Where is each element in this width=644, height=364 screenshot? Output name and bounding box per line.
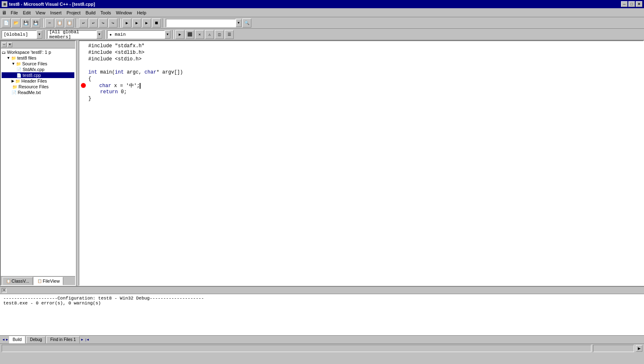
maximize-button[interactable]: □ (628, 1, 635, 7)
tab-fileview[interactable]: 📋 FileView (34, 277, 63, 285)
menu-bar: 🖥 File Edit View Insert Project Build To… (0, 8, 644, 17)
code-text-1: #include "stdafx.h" (88, 43, 145, 49)
test8cpp-item[interactable]: 📄 test8.cpp (2, 72, 74, 78)
source-files-label: Source Files (22, 61, 47, 66)
copy-button[interactable]: 📋 (55, 18, 64, 28)
members-dropdown-group: [All global members] ▼ (47, 30, 102, 39)
tab-debug[interactable]: Debug (26, 336, 46, 343)
cut-button[interactable]: ✂ (45, 18, 54, 28)
output-tab-more[interactable]: ▶ (81, 338, 83, 341)
panel-header-controls: ─ × (2, 42, 12, 47)
project-collapse[interactable]: ▼ (7, 56, 10, 60)
debug-btn2[interactable]: ⬛ (185, 30, 194, 39)
build-btn3[interactable]: ▶ (142, 18, 151, 28)
code-text-6: { (88, 76, 91, 82)
debug-tab-label: Debug (30, 337, 42, 342)
stop-button[interactable]: ⏹ (152, 18, 161, 28)
header-collapse[interactable]: ▶ (12, 79, 14, 83)
globals-arrow[interactable]: ▼ (37, 30, 42, 39)
paste-button[interactable]: 📋 (65, 18, 74, 28)
globals-dropdown[interactable]: [Globals] (2, 30, 37, 39)
output-tab-end[interactable]: |◀ (85, 338, 89, 341)
panel-close-button[interactable]: ─ (2, 42, 7, 47)
source-collapse[interactable]: ▼ (12, 62, 15, 66)
menu-help[interactable]: Help (134, 9, 149, 16)
app-icon: ⊞ (2, 1, 7, 7)
menu-view[interactable]: View (33, 9, 48, 16)
save-all-button[interactable]: 💾 (31, 18, 40, 28)
close-button[interactable]: ✕ (636, 1, 642, 7)
app-small-icon: 🖥 (2, 10, 7, 16)
new-button[interactable]: 📄 (2, 18, 11, 28)
tab-build[interactable]: Build (9, 336, 25, 343)
file-panel-header: ─ × (1, 41, 75, 48)
source-files-item[interactable]: ▼ 📁 Source Files (2, 61, 74, 67)
file-tree: 🗂 Workspace 'test8': 1 p ▼ 📁 test8 files… (1, 48, 75, 276)
output-header: × (0, 287, 644, 294)
debug-btn1[interactable]: ▶ (175, 30, 184, 39)
debug-btn4[interactable]: ⚠ (205, 30, 214, 39)
breakpoint-marker (81, 83, 86, 88)
code-line-4 (81, 62, 642, 69)
function-dropdown[interactable]: ⬥ main (107, 30, 165, 39)
redo2-button[interactable]: ↪ (108, 18, 117, 28)
output-tabs: ◀ ▶ Build Debug Find in Files 1 ▶ |◀ (0, 335, 644, 343)
menu-insert[interactable]: Insert (48, 9, 64, 16)
separator3 (119, 18, 121, 28)
menu-build[interactable]: Build (83, 9, 98, 16)
build-btn1[interactable]: ▶ (122, 18, 131, 28)
save-button[interactable]: 💾 (21, 18, 30, 28)
redo-button[interactable]: ↪ (99, 18, 108, 28)
open-button[interactable]: 📂 (12, 18, 21, 28)
window-controls: ─ □ ✕ (621, 1, 642, 7)
panel-unpin-button[interactable]: × (7, 42, 12, 47)
debug-btn3[interactable]: ✕ (195, 30, 204, 39)
scrollbar-right[interactable]: ▶ (636, 345, 642, 352)
menu-edit[interactable]: Edit (21, 9, 33, 16)
function-dropdown-group: ⬥ main ▼ (107, 30, 170, 39)
code-text-2: #include <stdlib.h> (88, 50, 145, 55)
readme-item[interactable]: 📄 ReadMe.txt (2, 90, 74, 95)
code-line-6: { (81, 76, 642, 82)
debug-btn5[interactable]: ◫ (215, 30, 224, 39)
panel-tabs: 📋 ClassV... 📋 FileView (1, 276, 75, 285)
stdafx-item[interactable]: 📄 StdAfx.cpp (2, 67, 74, 72)
members-dropdown[interactable]: [All global members] (47, 30, 97, 39)
header-files-item[interactable]: ▶ 📁 Header Files (2, 78, 74, 84)
members-arrow[interactable]: ▼ (97, 30, 102, 39)
separator4 (163, 18, 164, 28)
minimize-button[interactable]: ─ (621, 1, 628, 7)
window-title: test8 - Microsoft Visual C++ - [test8.cp… (9, 2, 621, 7)
search-button[interactable]: 🔍 (242, 18, 251, 28)
output-close[interactable]: × (2, 288, 7, 293)
project-item[interactable]: ▼ 📁 test8 files (2, 55, 74, 61)
output-config-line: --------------------Configuration: test8… (3, 296, 641, 301)
search-dropdown-arrow[interactable]: ▼ (236, 19, 242, 27)
code-editor[interactable]: #include "stdafx.h" #include <stdlib.h> … (78, 40, 644, 286)
undo-button[interactable]: ↩ (79, 18, 88, 28)
resource-files-label: Resource Files (18, 84, 48, 89)
sep7 (172, 30, 174, 39)
tab-find-in-files[interactable]: Find in Files 1 (46, 336, 79, 343)
main-area: ─ × 🗂 Workspace 'test8': 1 p ▼ 📁 test8 f… (0, 40, 644, 286)
build-btn2[interactable]: ▶ (132, 18, 141, 28)
code-text-4 (88, 63, 91, 69)
tab-classview[interactable]: 📋 ClassV... (2, 277, 33, 285)
toolbar1: 📄 📂 💾 💾 ✂ 📋 📋 ↩ ↩ ↪ ↪ ▶ ▶ ▶ ⏹ ▼ 🔍 (0, 17, 644, 29)
resource-folder-icon: 📁 (12, 85, 17, 89)
workspace-item[interactable]: 🗂 Workspace 'test8': 1 p (2, 49, 74, 55)
output-tab-next[interactable]: ▶ (6, 338, 8, 341)
debug-btn6[interactable]: ☰ (225, 30, 234, 39)
menu-project[interactable]: Project (64, 9, 83, 16)
menu-file[interactable]: File (8, 9, 21, 16)
output-tab-prev[interactable]: ◀ (2, 338, 5, 341)
code-line-3: #include <stdio.h> (81, 56, 642, 62)
menu-window[interactable]: Window (113, 9, 134, 16)
sep5 (44, 30, 46, 39)
undo2-button[interactable]: ↩ (89, 18, 98, 28)
status-pane-2 (593, 345, 634, 352)
menu-tools[interactable]: Tools (98, 9, 114, 16)
resource-files-item[interactable]: 📁 Resource Files (2, 84, 74, 90)
function-arrow[interactable]: ▼ (165, 30, 170, 39)
search-dropdown[interactable] (166, 19, 236, 27)
